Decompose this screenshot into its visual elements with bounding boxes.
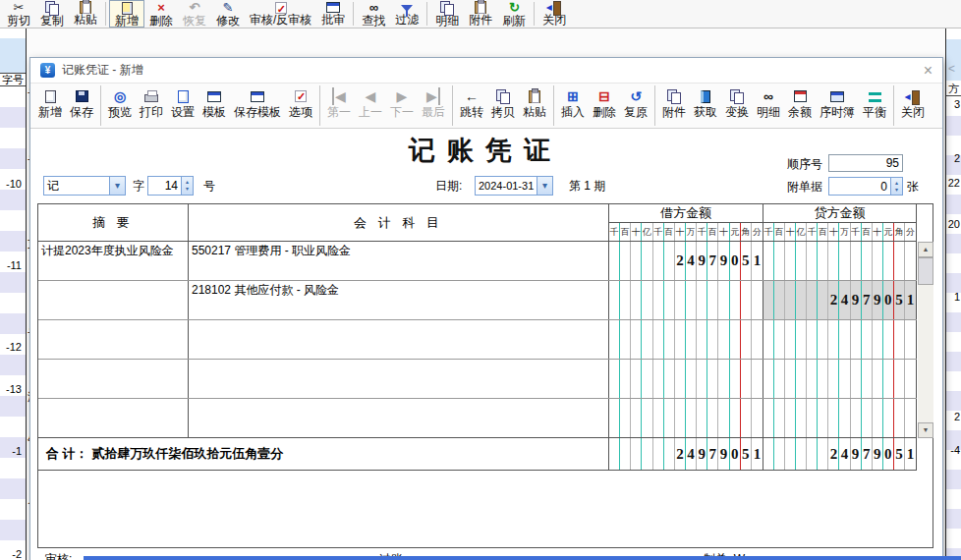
- batch-audit-button[interactable]: 批审: [316, 0, 350, 28]
- chevron-down-icon[interactable]: ▾: [537, 177, 552, 195]
- preview-button[interactable]: ◎预览: [104, 84, 136, 128]
- template-button[interactable]: 模板: [198, 84, 230, 128]
- stepper-arrows-icon[interactable]: ▴▾: [181, 177, 193, 195]
- audit-toggle-button[interactable]: 审核/反审核: [245, 0, 316, 28]
- table-scrollbar[interactable]: ▲ ▼: [918, 242, 933, 438]
- summary-cell[interactable]: [38, 360, 189, 398]
- filter-button[interactable]: 过滤: [390, 0, 424, 28]
- save-template-button[interactable]: 保存模板: [230, 84, 285, 128]
- attachment-button[interactable]: 附件: [658, 84, 690, 128]
- debit-amount-cell[interactable]: [609, 320, 763, 359]
- new-button[interactable]: 新增: [109, 0, 144, 28]
- account-cell[interactable]: [189, 399, 609, 437]
- delete-button[interactable]: ×删除: [144, 0, 178, 28]
- delete-row-button[interactable]: ⊟删除: [589, 84, 620, 128]
- summary-cell[interactable]: [38, 399, 189, 437]
- digit-unit-cell: 百: [664, 223, 675, 241]
- new-button[interactable]: 新增: [34, 84, 66, 128]
- dialog-title: 记账凭证 - 新增: [62, 62, 143, 79]
- credit-amount-cell[interactable]: [763, 320, 917, 359]
- credit-amount-cell[interactable]: [763, 360, 917, 398]
- previous-button[interactable]: ◀上一: [355, 84, 386, 128]
- find-button[interactable]: ∞查找: [357, 0, 390, 28]
- first-button[interactable]: ◀第一: [323, 84, 355, 128]
- restore-button[interactable]: ↶恢复: [178, 0, 211, 28]
- digit-cell: [785, 281, 796, 319]
- account-cell[interactable]: 550217 管理费用 - 职业风险金: [189, 242, 609, 280]
- button-label: 拷贝: [491, 105, 515, 119]
- get-button[interactable]: 获取: [690, 84, 721, 128]
- digit-cell: 9: [697, 242, 707, 280]
- detail-button[interactable]: ∞明细: [753, 84, 784, 128]
- digit-cell: [620, 242, 631, 280]
- account-cell[interactable]: 218102 其他应付款 - 风险金: [189, 281, 609, 319]
- account-cell[interactable]: [189, 360, 609, 398]
- restore-row-button[interactable]: ↺复原: [620, 84, 651, 128]
- digit-cell: [807, 438, 818, 470]
- journal-button[interactable]: 序时簿: [816, 84, 859, 128]
- stepper-arrows-icon[interactable]: ▴▾: [890, 178, 902, 195]
- voucher-word-select[interactable]: 记 ▾: [43, 176, 126, 196]
- dialog-titlebar[interactable]: ¥ 记账凭证 - 新增 ×: [30, 58, 942, 84]
- attachment-button[interactable]: 附件: [464, 0, 497, 28]
- credit-amount-cell[interactable]: 24979051: [763, 281, 917, 319]
- close-button[interactable]: 关闭: [537, 0, 571, 28]
- debit-amount-cell[interactable]: [609, 399, 763, 437]
- summary-cell[interactable]: [38, 281, 189, 319]
- digit-cell: [718, 360, 729, 398]
- voucher-word-value: 记: [44, 178, 109, 195]
- digit-cell: [796, 399, 807, 437]
- scrollbar-thumb[interactable]: [918, 257, 933, 285]
- insert-row-button[interactable]: ⊞插入: [557, 84, 589, 128]
- digit-cell: [653, 281, 664, 319]
- balance-button[interactable]: 平衡: [859, 84, 890, 128]
- sequence-input[interactable]: 95: [828, 154, 903, 172]
- date-select[interactable]: 2024-01-31 ▾: [475, 176, 553, 196]
- transform-button[interactable]: 变换: [721, 84, 753, 128]
- credit-amount-cell[interactable]: [763, 242, 917, 280]
- debit-amount-cell[interactable]: [609, 360, 763, 398]
- balance-query-button[interactable]: 余额: [784, 84, 816, 128]
- digit-cell: [785, 360, 796, 398]
- button-label: 设置: [171, 105, 195, 119]
- dialog-close-icon[interactable]: ×: [924, 63, 933, 79]
- digit-cell: [873, 360, 883, 398]
- debit-amount-cell[interactable]: [609, 281, 763, 319]
- button-label: 删除: [593, 105, 616, 119]
- save-button[interactable]: 保存: [66, 84, 97, 128]
- next-button[interactable]: ▶下一: [386, 84, 418, 128]
- summary-cell[interactable]: 计提2023年度执业风险金: [38, 242, 189, 280]
- sheet-red-icon: [794, 87, 807, 105]
- modify-button[interactable]: ✎修改: [211, 0, 245, 28]
- right-background-grid[interactable]: < 方 32222012-4: [945, 28, 961, 560]
- paste-voucher-button[interactable]: 粘贴: [519, 84, 550, 128]
- cut-button[interactable]: ✂剪切: [2, 0, 35, 28]
- summary-cell[interactable]: [38, 320, 189, 359]
- digit-cell: [905, 360, 916, 398]
- print-button[interactable]: 打印: [136, 84, 167, 128]
- debit-amount-cell[interactable]: 24979051: [609, 242, 763, 280]
- options-button[interactable]: 选项: [285, 84, 316, 128]
- digit-cell: [686, 281, 697, 319]
- attached-docs-stepper[interactable]: 0 ▴▾: [828, 177, 903, 196]
- chevron-down-icon[interactable]: ▾: [109, 177, 125, 195]
- refresh-button[interactable]: ↻刷新: [497, 0, 531, 28]
- scroll-up-button[interactable]: ▲: [918, 242, 933, 257]
- scroll-down-button[interactable]: ▼: [918, 422, 933, 438]
- digit-cell: [807, 360, 818, 398]
- left-background-grid[interactable]: 字号 -10-11-12-13-1-2: [0, 28, 27, 560]
- close-button[interactable]: 关闭: [897, 84, 929, 128]
- last-button[interactable]: ▶最后: [418, 84, 449, 128]
- page-setup-button[interactable]: 设置: [167, 84, 198, 128]
- jump-button[interactable]: ←跳转: [456, 84, 487, 128]
- paste-button[interactable]: 粘贴: [69, 0, 102, 28]
- detail-button[interactable]: 明细: [430, 0, 464, 28]
- digit-cell: [785, 399, 796, 437]
- button-label: 插入: [561, 105, 585, 119]
- copy-button[interactable]: 复制: [35, 0, 69, 28]
- credit-amount-cell[interactable]: [763, 399, 917, 437]
- copy-voucher-button[interactable]: 拷贝: [487, 84, 519, 128]
- digit-unit-cell: 角: [894, 223, 905, 241]
- account-cell[interactable]: [189, 320, 609, 359]
- voucher-number-stepper[interactable]: 14 ▴▾: [147, 176, 194, 196]
